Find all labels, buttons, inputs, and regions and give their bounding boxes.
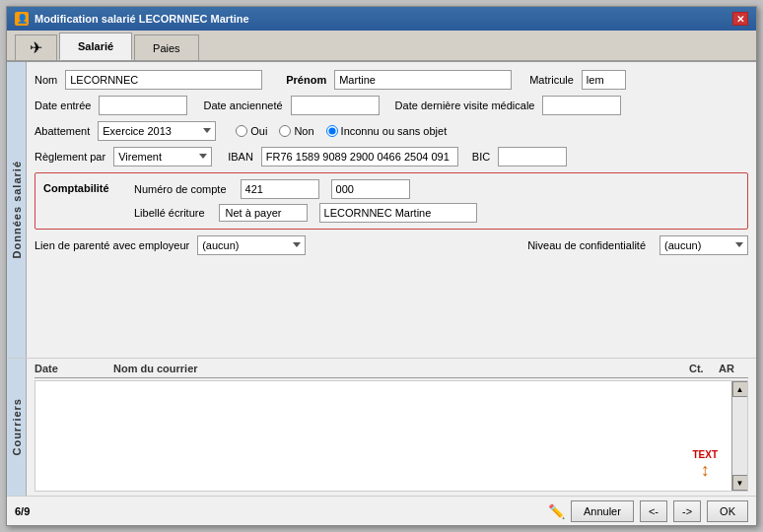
close-button[interactable]: ✕ xyxy=(732,12,748,26)
confidentialite-select[interactable]: (aucun) xyxy=(659,235,748,255)
matricule-input[interactable] xyxy=(582,70,626,90)
date-entree-label: Date entrée xyxy=(35,100,91,111)
compte-input-2[interactable] xyxy=(331,179,410,199)
next-button[interactable]: -> xyxy=(673,500,701,522)
window-title: Modification salarié LECORNNEC Martine xyxy=(35,13,249,25)
tab-paies[interactable]: Paies xyxy=(134,34,199,60)
footer-buttons: ✏️ Annuler <- -> OK xyxy=(548,500,748,522)
courriers-side-label: Courriers xyxy=(7,359,27,496)
scroll-track[interactable] xyxy=(732,397,747,475)
table-header: Date Nom du courrier Ct. AR xyxy=(35,363,748,378)
iban-input[interactable] xyxy=(261,147,458,166)
row-dates: Date entrée Date ancienneté Date dernièr… xyxy=(35,96,748,115)
abattement-label: Abattement xyxy=(35,125,90,137)
comptabilite-title: Comptabilité xyxy=(43,182,122,194)
row-lien: Lien de parenté avec employeur (aucun) N… xyxy=(35,235,748,255)
radio-oui[interactable]: Oui xyxy=(236,125,267,137)
footer-bar: 6/9 ✏️ Annuler <- -> OK xyxy=(7,496,756,525)
libelle-label: Libellé écriture xyxy=(134,207,205,219)
bic-label: BIC xyxy=(472,151,490,163)
tab-salarie[interactable]: Salarié xyxy=(59,33,132,60)
lien-select[interactable]: (aucun) xyxy=(197,235,306,255)
abattement-radio-group: Oui Non Inconnu ou sans objet xyxy=(236,125,447,137)
scroll-up-btn[interactable]: ▲ xyxy=(732,381,748,397)
window-icon: 👤 xyxy=(15,12,29,26)
radio-non[interactable]: Non xyxy=(279,125,313,137)
matricule-label: Matricule xyxy=(529,74,574,86)
col-date-header: Date xyxy=(35,363,113,374)
courriers-content: Date Nom du courrier Ct. AR ▲ ▼ TEXT ↕ xyxy=(27,359,756,496)
scroll-down-btn[interactable]: ▼ xyxy=(732,475,748,491)
row-abattement: Abattement Exercice 2013 Oui Non xyxy=(35,121,748,141)
libelle-input[interactable] xyxy=(319,203,477,223)
title-bar: 👤 Modification salarié LECORNNEC Martine… xyxy=(7,7,756,31)
abattement-select[interactable]: Exercice 2013 xyxy=(98,121,216,141)
nom-input[interactable] xyxy=(65,70,262,90)
page-indicator: 6/9 xyxy=(15,505,30,517)
lien-label: Lien de parenté avec employeur xyxy=(35,239,189,251)
row-reglement: Règlement par Virement IBAN BIC xyxy=(35,147,748,166)
col-ar-header: AR xyxy=(719,363,748,374)
prenom-input[interactable] xyxy=(334,70,512,90)
prenom-label: Prénom xyxy=(286,74,326,86)
cursor-icon: ↕ xyxy=(701,460,710,481)
prev-button[interactable]: <- xyxy=(640,500,667,522)
main-window: 👤 Modification salarié LECORNNEC Martine… xyxy=(6,6,757,526)
date-anciennete-label: Date ancienneté xyxy=(203,100,282,111)
date-entree-input[interactable] xyxy=(99,96,187,115)
reglement-select[interactable]: Virement xyxy=(113,147,212,166)
bic-input[interactable] xyxy=(498,147,567,166)
row-libelle: Libellé écriture Net à payer xyxy=(43,203,739,223)
libelle-key: Net à payer xyxy=(219,204,308,222)
row-nom-prenom: Nom Prénom Matricule xyxy=(35,70,748,90)
numero-compte-label: Numéro de compte xyxy=(134,183,227,195)
date-visite-input[interactable] xyxy=(542,96,621,115)
comptabilite-section: Comptabilité Numéro de compte Libellé éc… xyxy=(35,172,748,230)
courriers-area: Courriers Date Nom du courrier Ct. AR ▲ … xyxy=(7,358,756,496)
col-ct-header: Ct. xyxy=(689,363,719,374)
radio-inconnu[interactable]: Inconnu ou sans objet xyxy=(326,125,448,137)
iban-label: IBAN xyxy=(228,151,253,163)
content-area: Données salarié Nom Prénom Matricule Dat… xyxy=(7,62,756,358)
main-form: Nom Prénom Matricule Date entrée Date an… xyxy=(27,62,756,358)
tabs-row: ✈ Salarié Paies xyxy=(7,31,756,62)
ok-button[interactable]: OK xyxy=(707,500,748,522)
tab-tools[interactable]: ✈ xyxy=(15,34,57,60)
row-compte: Comptabilité Numéro de compte xyxy=(43,179,739,199)
compte-input-1[interactable] xyxy=(241,179,319,199)
donnees-salarie-side-label: Données salarié xyxy=(7,62,27,358)
date-visite-label: Date dernière visite médicale xyxy=(395,100,535,111)
annuler-button[interactable]: Annuler xyxy=(571,500,634,522)
scrollbar[interactable]: ▲ ▼ xyxy=(731,381,747,491)
text-icon: TEXT xyxy=(692,449,718,460)
col-nom-header: Nom du courrier xyxy=(113,363,689,374)
pencil-icon: ✏️ xyxy=(548,503,565,519)
table-body[interactable]: ▲ ▼ TEXT ↕ xyxy=(35,380,748,492)
confidentialite-label: Niveau de confidentialité xyxy=(527,239,646,251)
table-icons: TEXT ↕ xyxy=(692,449,718,481)
reglement-label: Règlement par xyxy=(35,151,105,163)
nom-label: Nom xyxy=(35,74,57,86)
date-anciennete-input[interactable] xyxy=(291,96,380,115)
